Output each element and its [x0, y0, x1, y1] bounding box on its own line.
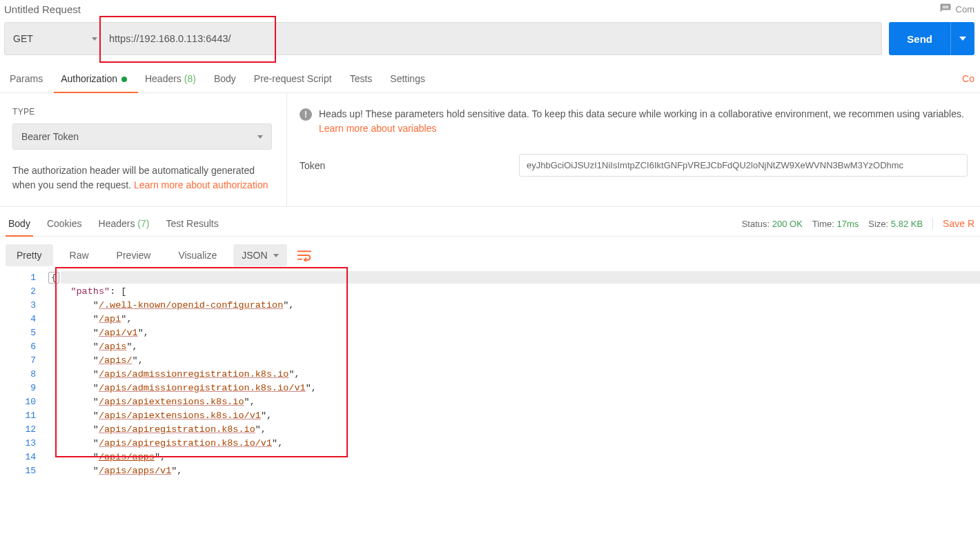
auth-type-value: Bearer Token	[21, 131, 79, 142]
code-line: 1{	[6, 271, 980, 285]
view-pretty-button[interactable]: Pretty	[6, 244, 53, 266]
active-indicator-icon	[121, 77, 127, 82]
code-line: 10 "/apis/apiextensions.k8s.io",	[6, 395, 980, 409]
view-preview-button[interactable]: Preview	[106, 244, 162, 266]
auth-type-select[interactable]: Bearer Token	[12, 123, 272, 150]
request-title: Untitled Request	[4, 3, 81, 15]
code-line: 7 "/apis/",	[6, 354, 980, 368]
chevron-down-icon	[959, 37, 966, 41]
response-tab-cookies[interactable]: Cookies	[40, 211, 92, 236]
token-input[interactable]: eyJhbGciOiJSUzI1NiIsImtpZCI6IktGNFpVREJC…	[519, 154, 968, 177]
response-tab-test-results[interactable]: Test Results	[159, 211, 228, 236]
code-line: 9 "/apis/admissionregistration.k8s.io/v1…	[6, 382, 980, 395]
response-tab-headers[interactable]: Headers (7)	[92, 211, 159, 236]
code-line: 12 "/apis/apiregistration.k8s.io",	[6, 423, 980, 437]
chevron-down-icon	[273, 254, 279, 257]
tab-tests[interactable]: Tests	[343, 65, 384, 92]
send-dropdown[interactable]	[951, 22, 974, 55]
tab-settings[interactable]: Settings	[383, 65, 436, 92]
learn-more-auth-link[interactable]: Learn more about authorization	[134, 179, 268, 190]
tab-authorization[interactable]: Authorization	[54, 65, 138, 92]
time-block: Time: 17ms	[812, 219, 859, 229]
comments-label: Com	[956, 4, 974, 14]
language-value: JSON	[242, 250, 267, 261]
tab-headers-label: Headers	[145, 73, 182, 84]
comments-button[interactable]: Com	[939, 3, 974, 15]
view-visualize-button[interactable]: Visualize	[167, 244, 228, 266]
auth-help-text: The authorization header will be automat…	[12, 164, 274, 192]
code-line: 11 "/apis/apiextensions.k8s.io/v1",	[6, 409, 980, 423]
token-label: Token	[300, 160, 507, 171]
learn-more-variables-link[interactable]: Learn more about variables	[319, 123, 436, 134]
comment-icon	[939, 3, 952, 15]
auth-type-heading: TYPE	[12, 107, 274, 117]
code-line: 15 "/apis/apps/v1",	[6, 464, 980, 478]
tab-authorization-label: Authorization	[61, 73, 117, 84]
size-block: Size: 5.82 KB	[868, 219, 923, 229]
tab-body[interactable]: Body	[207, 65, 247, 92]
response-tab-headers-label: Headers	[99, 218, 135, 229]
code-line: 3 "/.well-known/openid-configuration",	[6, 299, 980, 313]
status-block: Status: 200 OK	[742, 219, 803, 229]
url-input[interactable]: https://192.168.0.113:6443/	[99, 22, 882, 55]
url-value: https://192.168.0.113:6443/	[109, 33, 231, 44]
method-value: GET	[13, 33, 33, 44]
response-tab-body[interactable]: Body	[6, 211, 40, 236]
code-line: 2 "paths": [	[6, 285, 980, 299]
tab-params[interactable]: Params	[6, 65, 54, 92]
send-button[interactable]: Send	[889, 22, 974, 55]
save-response-button[interactable]: Save R	[943, 218, 974, 229]
send-label: Send	[907, 33, 932, 45]
cookies-link[interactable]: Co	[962, 65, 974, 92]
info-icon: !	[300, 108, 312, 121]
code-line: 14 "/apis/apps",	[6, 451, 980, 464]
code-line: 6 "/apis",	[6, 340, 980, 354]
heads-up-text: Heads up! These parameters hold sensitiv…	[319, 107, 968, 136]
code-line: 5 "/api/v1",	[6, 326, 980, 340]
tab-headers[interactable]: Headers (8)	[138, 65, 207, 92]
tab-pre-request-script[interactable]: Pre-request Script	[247, 65, 343, 92]
wrap-lines-button[interactable]	[293, 244, 316, 267]
code-line: 4 "/api",	[6, 313, 980, 326]
code-line: 8 "/apis/admissionregistration.k8s.io",	[6, 368, 980, 382]
response-headers-count-badge: (7)	[137, 218, 149, 229]
chevron-down-icon	[257, 135, 263, 139]
chevron-down-icon	[92, 37, 97, 41]
headers-count-badge: (8)	[184, 73, 196, 84]
language-select[interactable]: JSON	[233, 244, 286, 266]
method-select[interactable]: GET	[4, 22, 106, 55]
divider	[932, 218, 933, 229]
code-line: 13 "/apis/apiregistration.k8s.io/v1",	[6, 437, 980, 451]
response-code-body[interactable]: 1{2 "paths": [3 "/.well-known/openid-con…	[0, 271, 980, 478]
view-raw-button[interactable]: Raw	[59, 244, 100, 266]
